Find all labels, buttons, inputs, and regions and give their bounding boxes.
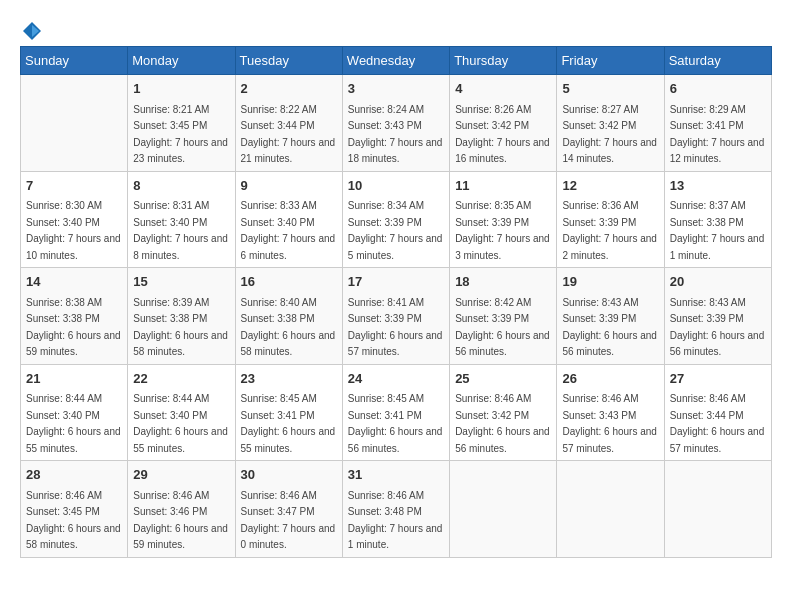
day-info: Sunrise: 8:44 AMSunset: 3:40 PMDaylight:… [26, 393, 121, 454]
calendar-cell: 24 Sunrise: 8:45 AMSunset: 3:41 PMDaylig… [342, 364, 449, 461]
weekday-header-row: SundayMondayTuesdayWednesdayThursdayFrid… [21, 47, 772, 75]
day-info: Sunrise: 8:44 AMSunset: 3:40 PMDaylight:… [133, 393, 228, 454]
day-info: Sunrise: 8:34 AMSunset: 3:39 PMDaylight:… [348, 200, 443, 261]
day-info: Sunrise: 8:21 AMSunset: 3:45 PMDaylight:… [133, 104, 228, 165]
day-number: 23 [241, 369, 337, 389]
calendar-cell: 27 Sunrise: 8:46 AMSunset: 3:44 PMDaylig… [664, 364, 771, 461]
calendar-cell: 28 Sunrise: 8:46 AMSunset: 3:45 PMDaylig… [21, 461, 128, 558]
day-number: 8 [133, 176, 229, 196]
day-info: Sunrise: 8:46 AMSunset: 3:46 PMDaylight:… [133, 490, 228, 551]
day-number: 28 [26, 465, 122, 485]
day-number: 26 [562, 369, 658, 389]
day-number: 6 [670, 79, 766, 99]
day-number: 18 [455, 272, 551, 292]
day-number: 16 [241, 272, 337, 292]
calendar-cell: 9 Sunrise: 8:33 AMSunset: 3:40 PMDayligh… [235, 171, 342, 268]
day-number: 9 [241, 176, 337, 196]
day-info: Sunrise: 8:33 AMSunset: 3:40 PMDaylight:… [241, 200, 336, 261]
weekday-header-monday: Monday [128, 47, 235, 75]
calendar-cell: 15 Sunrise: 8:39 AMSunset: 3:38 PMDaylig… [128, 268, 235, 365]
day-info: Sunrise: 8:37 AMSunset: 3:38 PMDaylight:… [670, 200, 765, 261]
weekday-header-thursday: Thursday [450, 47, 557, 75]
calendar-cell [21, 75, 128, 172]
day-number: 1 [133, 79, 229, 99]
calendar-cell: 5 Sunrise: 8:27 AMSunset: 3:42 PMDayligh… [557, 75, 664, 172]
calendar-cell: 23 Sunrise: 8:45 AMSunset: 3:41 PMDaylig… [235, 364, 342, 461]
day-number: 3 [348, 79, 444, 99]
calendar-cell: 29 Sunrise: 8:46 AMSunset: 3:46 PMDaylig… [128, 461, 235, 558]
calendar-table: SundayMondayTuesdayWednesdayThursdayFrid… [20, 46, 772, 558]
day-number: 10 [348, 176, 444, 196]
day-info: Sunrise: 8:46 AMSunset: 3:47 PMDaylight:… [241, 490, 336, 551]
day-number: 21 [26, 369, 122, 389]
day-info: Sunrise: 8:46 AMSunset: 3:43 PMDaylight:… [562, 393, 657, 454]
day-number: 5 [562, 79, 658, 99]
calendar-cell: 11 Sunrise: 8:35 AMSunset: 3:39 PMDaylig… [450, 171, 557, 268]
day-info: Sunrise: 8:31 AMSunset: 3:40 PMDaylight:… [133, 200, 228, 261]
calendar-cell [450, 461, 557, 558]
day-info: Sunrise: 8:35 AMSunset: 3:39 PMDaylight:… [455, 200, 550, 261]
day-info: Sunrise: 8:27 AMSunset: 3:42 PMDaylight:… [562, 104, 657, 165]
day-number: 22 [133, 369, 229, 389]
day-info: Sunrise: 8:39 AMSunset: 3:38 PMDaylight:… [133, 297, 228, 358]
calendar-cell: 2 Sunrise: 8:22 AMSunset: 3:44 PMDayligh… [235, 75, 342, 172]
day-number: 29 [133, 465, 229, 485]
day-info: Sunrise: 8:45 AMSunset: 3:41 PMDaylight:… [241, 393, 336, 454]
calendar-cell [664, 461, 771, 558]
day-info: Sunrise: 8:45 AMSunset: 3:41 PMDaylight:… [348, 393, 443, 454]
calendar-cell: 10 Sunrise: 8:34 AMSunset: 3:39 PMDaylig… [342, 171, 449, 268]
calendar-cell: 6 Sunrise: 8:29 AMSunset: 3:41 PMDayligh… [664, 75, 771, 172]
day-info: Sunrise: 8:41 AMSunset: 3:39 PMDaylight:… [348, 297, 443, 358]
day-info: Sunrise: 8:40 AMSunset: 3:38 PMDaylight:… [241, 297, 336, 358]
day-info: Sunrise: 8:22 AMSunset: 3:44 PMDaylight:… [241, 104, 336, 165]
day-info: Sunrise: 8:42 AMSunset: 3:39 PMDaylight:… [455, 297, 550, 358]
calendar-cell: 18 Sunrise: 8:42 AMSunset: 3:39 PMDaylig… [450, 268, 557, 365]
calendar-cell: 19 Sunrise: 8:43 AMSunset: 3:39 PMDaylig… [557, 268, 664, 365]
day-info: Sunrise: 8:46 AMSunset: 3:44 PMDaylight:… [670, 393, 765, 454]
day-number: 27 [670, 369, 766, 389]
calendar-cell: 14 Sunrise: 8:38 AMSunset: 3:38 PMDaylig… [21, 268, 128, 365]
day-number: 17 [348, 272, 444, 292]
calendar-cell: 31 Sunrise: 8:46 AMSunset: 3:48 PMDaylig… [342, 461, 449, 558]
logo [20, 20, 44, 38]
weekday-header-saturday: Saturday [664, 47, 771, 75]
calendar-cell: 12 Sunrise: 8:36 AMSunset: 3:39 PMDaylig… [557, 171, 664, 268]
day-info: Sunrise: 8:46 AMSunset: 3:42 PMDaylight:… [455, 393, 550, 454]
weekday-header-friday: Friday [557, 47, 664, 75]
calendar-cell: 22 Sunrise: 8:44 AMSunset: 3:40 PMDaylig… [128, 364, 235, 461]
day-number: 30 [241, 465, 337, 485]
day-number: 2 [241, 79, 337, 99]
calendar-week-5: 28 Sunrise: 8:46 AMSunset: 3:45 PMDaylig… [21, 461, 772, 558]
calendar-cell: 26 Sunrise: 8:46 AMSunset: 3:43 PMDaylig… [557, 364, 664, 461]
day-info: Sunrise: 8:30 AMSunset: 3:40 PMDaylight:… [26, 200, 121, 261]
calendar-cell: 7 Sunrise: 8:30 AMSunset: 3:40 PMDayligh… [21, 171, 128, 268]
day-number: 19 [562, 272, 658, 292]
day-info: Sunrise: 8:36 AMSunset: 3:39 PMDaylight:… [562, 200, 657, 261]
day-number: 7 [26, 176, 122, 196]
weekday-header-sunday: Sunday [21, 47, 128, 75]
weekday-header-wednesday: Wednesday [342, 47, 449, 75]
day-info: Sunrise: 8:43 AMSunset: 3:39 PMDaylight:… [562, 297, 657, 358]
day-number: 12 [562, 176, 658, 196]
calendar-week-4: 21 Sunrise: 8:44 AMSunset: 3:40 PMDaylig… [21, 364, 772, 461]
day-info: Sunrise: 8:46 AMSunset: 3:48 PMDaylight:… [348, 490, 443, 551]
calendar-cell: 21 Sunrise: 8:44 AMSunset: 3:40 PMDaylig… [21, 364, 128, 461]
day-info: Sunrise: 8:46 AMSunset: 3:45 PMDaylight:… [26, 490, 121, 551]
day-info: Sunrise: 8:29 AMSunset: 3:41 PMDaylight:… [670, 104, 765, 165]
calendar-cell: 30 Sunrise: 8:46 AMSunset: 3:47 PMDaylig… [235, 461, 342, 558]
calendar-cell: 16 Sunrise: 8:40 AMSunset: 3:38 PMDaylig… [235, 268, 342, 365]
day-number: 14 [26, 272, 122, 292]
logo-icon [21, 20, 43, 42]
day-number: 25 [455, 369, 551, 389]
calendar-cell: 17 Sunrise: 8:41 AMSunset: 3:39 PMDaylig… [342, 268, 449, 365]
calendar-week-2: 7 Sunrise: 8:30 AMSunset: 3:40 PMDayligh… [21, 171, 772, 268]
calendar-week-3: 14 Sunrise: 8:38 AMSunset: 3:38 PMDaylig… [21, 268, 772, 365]
day-number: 11 [455, 176, 551, 196]
day-number: 20 [670, 272, 766, 292]
weekday-header-tuesday: Tuesday [235, 47, 342, 75]
day-info: Sunrise: 8:38 AMSunset: 3:38 PMDaylight:… [26, 297, 121, 358]
day-number: 24 [348, 369, 444, 389]
day-number: 4 [455, 79, 551, 99]
day-number: 13 [670, 176, 766, 196]
calendar-cell: 1 Sunrise: 8:21 AMSunset: 3:45 PMDayligh… [128, 75, 235, 172]
